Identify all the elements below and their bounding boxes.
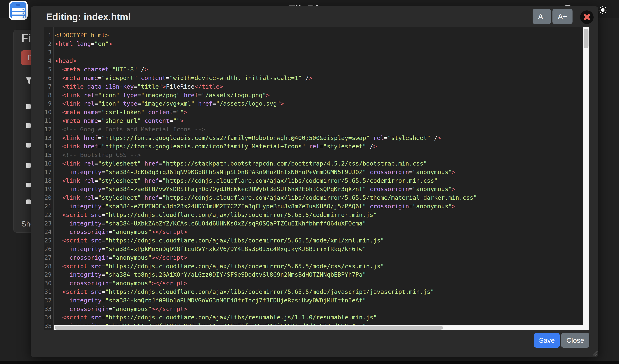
code-line: integrity="sha384-UXbkZAbZYZ/KCAslc6UO4d… [55,219,583,228]
theme-toggle-sun-icon[interactable] [598,5,607,15]
code-line: <link rel="stylesheet" href="https://cdn… [55,194,583,202]
save-button[interactable]: Save [534,333,560,348]
line-number: 18 [44,176,54,185]
line-number: 11 [44,117,54,125]
code-line: crossorigin="anonymous"></script> [55,228,583,236]
code-line: <meta name="viewport" content="width=dev… [55,74,583,82]
line-number: 3 [44,48,54,57]
code-line [55,48,583,57]
code-line: integrity="sha384-zaeBlB/vwYsDRSlFajnDd7… [55,185,583,194]
logo-bar [12,8,25,11]
line-number: 16 [44,159,54,168]
code-line: <meta name="share-url" content=""> [55,117,583,125]
line-number: 19 [44,185,54,194]
line-number: 6 [44,74,54,82]
code-line: <script src="https://cdnjs.cloudflare.co… [55,262,583,271]
code-line: <link href="https://fonts.googleapis.com… [55,134,583,142]
code-line: <link rel="stylesheet" href="https://sta… [55,159,583,168]
code-line: crossorigin="anonymous"></script> [55,254,583,262]
logo-dot [23,13,24,14]
logo-dot [23,16,24,18]
file-row-checkbox[interactable] [26,183,31,188]
code-line: <!-- Bootstrap CSS --> [55,151,583,159]
line-number: 30 [44,279,54,288]
line-number: 12 [44,125,54,134]
code-line: <link href="https://fonts.googleapis.com… [55,142,583,151]
line-number: 10 [44,108,54,117]
line-number: 17 [44,168,54,176]
line-number: 33 [44,305,54,313]
line-number: 20 [44,194,54,202]
line-number: 28 [44,262,54,271]
logo-dot [23,9,24,10]
file-list-heading: Fi [21,31,31,44]
code-line: <!DOCTYPE html> [55,31,583,40]
code-content: <!DOCTYPE html><html lang="en"> <head> <… [55,27,583,330]
line-number: 24 [44,228,54,236]
code-line: crossorigin="anonymous"></script> [55,305,583,313]
font-increase-button[interactable]: A+ [552,9,573,24]
file-row-checkbox[interactable] [26,163,31,168]
line-number: 4 [44,57,54,65]
line-number: 13 [44,134,54,142]
code-line: <!-- Google Fonts and Material Icons --> [55,125,583,134]
screen: FileRise Fi D Sho Editing: index.html A-… [0,0,619,364]
line-number: 14 [44,142,54,151]
line-number-gutter: 1234567891011121314151617181920212223242… [44,27,54,330]
horizontal-scrollbar-thumb[interactable] [55,326,443,330]
line-number: 7 [44,82,54,91]
line-number: 22 [44,211,54,219]
code-line: integrity="sha384-eZTPTN0EvJdn23s24UDYJm… [55,202,583,211]
code-line: <meta name="csrf-token" content=""> [55,108,583,117]
modal-title: Editing: index.html [46,11,131,22]
editor-modal: Editing: index.html A- A+ 12345678910111… [31,6,598,357]
line-number: 35 [44,322,54,330]
line-number: 26 [44,245,54,254]
file-row-checkbox[interactable] [26,123,31,128]
logo-bar [12,12,25,14]
code-line: <script src="https://cdnjs.cloudflare.co… [55,313,583,322]
logo-bar [12,16,25,18]
line-number: 5 [44,65,54,74]
line-number: 1 [44,31,54,40]
line-number: 15 [44,151,54,159]
line-number: 34 [44,313,54,322]
code-line: <script src="https://cdnjs.cloudflare.co… [55,211,583,219]
code-line: <link rel="stylesheet" href="https://cdn… [55,176,583,185]
close-button[interactable]: Close [561,333,589,348]
code-line: <title data-i18n-key="title">FileRise</t… [55,82,583,91]
filerise-logo-icon[interactable] [9,1,28,20]
code-line: <link rel="icon" type="image/svg+xml" hr… [55,99,583,108]
code-editor[interactable]: 1234567891011121314151617181920212223242… [44,27,589,330]
line-number: 8 [44,91,54,100]
line-number: 23 [44,219,54,228]
line-number: 27 [44,254,54,262]
font-decrease-button[interactable]: A- [533,9,551,24]
code-line: integrity="sha384-kmQrbJf09Uo1WRLMDVGoVG… [55,296,583,305]
logo-slot [16,4,20,6]
code-line: integrity="sha384-JcKb8q3iqJ61gNV9KGb8th… [55,168,583,176]
line-number: 31 [44,288,54,296]
code-line: integrity="sha384-to8njsu2GAiXQnY/aLGzz0… [55,270,583,279]
line-number: 25 [44,236,54,245]
code-line: <script src="https://cdnjs.cloudflare.co… [55,236,583,245]
file-row-checkbox[interactable] [26,104,31,109]
vertical-scrollbar-track[interactable] [583,27,589,330]
line-number: 21 [44,202,54,211]
code-line: <meta charset="UTF-8" /> [55,65,583,74]
line-number: 32 [44,296,54,305]
code-line: integrity="sha384-xPpkMo5nDgD98fIcuRVYhx… [55,245,583,254]
file-row-checkbox[interactable] [26,200,31,204]
code-line: crossorigin="anonymous"></script> [55,279,583,288]
code-line: <html lang="en"> [55,40,583,48]
modal-close-icon[interactable] [580,11,594,24]
code-line: <head> [55,57,583,65]
vertical-scrollbar-thumb[interactable] [584,29,589,48]
line-number: 2 [44,40,54,48]
line-number: 29 [44,270,54,279]
code-line: <script src="https://cdnjs.cloudflare.co… [55,288,583,296]
page-bottom-strip [0,361,619,364]
line-number: 9 [44,99,54,108]
code-line: <link rel="icon" type="image/png" href="… [55,91,583,100]
file-row-checkbox[interactable] [26,143,31,148]
